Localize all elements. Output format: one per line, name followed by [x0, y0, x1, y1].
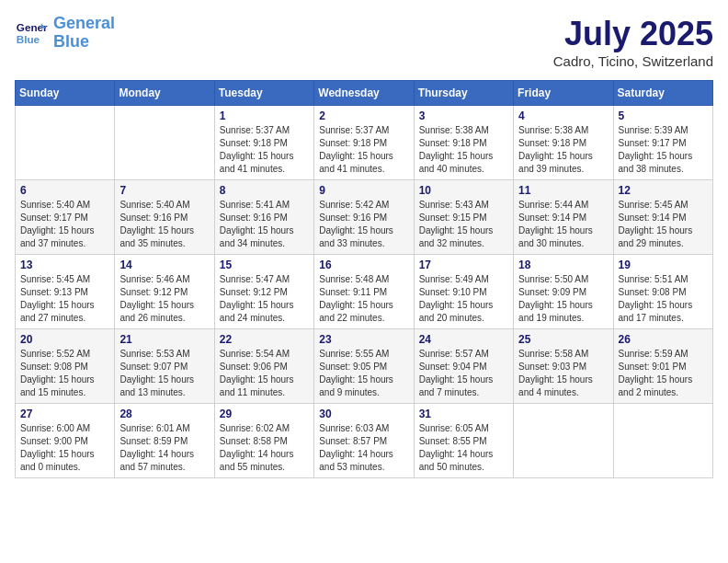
day-info: Sunrise: 5:40 AMSunset: 9:17 PMDaylight:…	[20, 199, 109, 250]
day-number: 16	[319, 259, 408, 271]
weekday-header-saturday: Saturday	[613, 81, 712, 106]
calendar-week-row: 20 Sunrise: 5:52 AMSunset: 9:08 PMDaylig…	[16, 329, 713, 404]
day-number: 15	[220, 259, 309, 271]
calendar-week-row: 6 Sunrise: 5:40 AMSunset: 9:17 PMDayligh…	[16, 180, 713, 255]
logo-text: General Blue	[53, 15, 115, 52]
weekday-header-thursday: Thursday	[414, 81, 513, 106]
calendar-cell: 10 Sunrise: 5:43 AMSunset: 9:15 PMDaylig…	[414, 180, 513, 255]
calendar-week-row: 1 Sunrise: 5:37 AMSunset: 9:18 PMDayligh…	[16, 106, 713, 180]
calendar-cell: 11 Sunrise: 5:44 AMSunset: 9:14 PMDaylig…	[514, 180, 613, 255]
calendar-cell: 6 Sunrise: 5:40 AMSunset: 9:17 PMDayligh…	[16, 180, 115, 255]
calendar-cell: 3 Sunrise: 5:38 AMSunset: 9:18 PMDayligh…	[414, 106, 513, 180]
page-header: General Blue General Blue July 2025 Cadr…	[15, 15, 713, 69]
day-number: 29	[220, 408, 309, 420]
day-number: 17	[419, 259, 508, 271]
calendar-cell: 23 Sunrise: 5:55 AMSunset: 9:05 PMDaylig…	[314, 329, 414, 404]
calendar-cell: 28 Sunrise: 6:01 AMSunset: 8:59 PMDaylig…	[115, 404, 214, 478]
day-info: Sunrise: 5:45 AMSunset: 9:14 PMDaylight:…	[619, 199, 708, 250]
day-info: Sunrise: 5:41 AMSunset: 9:16 PMDaylight:…	[220, 199, 309, 250]
day-number: 21	[119, 333, 209, 346]
calendar-cell	[115, 106, 214, 180]
day-number: 26	[619, 333, 708, 346]
day-info: Sunrise: 5:50 AMSunset: 9:09 PMDaylight:…	[518, 273, 608, 325]
calendar-cell: 13 Sunrise: 5:45 AMSunset: 9:13 PMDaylig…	[16, 255, 115, 329]
calendar-cell: 16 Sunrise: 5:48 AMSunset: 9:11 PMDaylig…	[314, 255, 414, 329]
day-info: Sunrise: 5:58 AMSunset: 9:03 PMDaylight:…	[518, 348, 608, 399]
day-info: Sunrise: 5:45 AMSunset: 9:13 PMDaylight:…	[20, 273, 109, 325]
calendar-cell: 8 Sunrise: 5:41 AMSunset: 9:16 PMDayligh…	[214, 180, 313, 255]
day-info: Sunrise: 6:05 AMSunset: 8:55 PMDaylight:…	[419, 422, 508, 474]
logo-icon: General Blue	[15, 17, 48, 50]
calendar-cell: 5 Sunrise: 5:39 AMSunset: 9:17 PMDayligh…	[613, 106, 712, 180]
month-year-title: July 2025	[553, 15, 713, 53]
day-info: Sunrise: 5:37 AMSunset: 9:18 PMDaylight:…	[319, 124, 408, 176]
day-number: 19	[619, 259, 708, 271]
day-info: Sunrise: 5:40 AMSunset: 9:16 PMDaylight:…	[119, 199, 209, 250]
day-number: 11	[518, 184, 608, 197]
calendar-cell: 1 Sunrise: 5:37 AMSunset: 9:18 PMDayligh…	[214, 106, 313, 180]
day-info: Sunrise: 5:54 AMSunset: 9:06 PMDaylight:…	[220, 348, 309, 399]
day-number: 2	[319, 109, 408, 122]
weekday-header-row: SundayMondayTuesdayWednesdayThursdayFrid…	[16, 81, 713, 106]
calendar-cell: 17 Sunrise: 5:49 AMSunset: 9:10 PMDaylig…	[414, 255, 513, 329]
calendar-cell: 26 Sunrise: 5:59 AMSunset: 9:01 PMDaylig…	[613, 329, 712, 404]
day-info: Sunrise: 5:51 AMSunset: 9:08 PMDaylight:…	[619, 273, 708, 325]
day-info: Sunrise: 5:39 AMSunset: 9:17 PMDaylight:…	[619, 124, 708, 176]
weekday-header-monday: Monday	[115, 81, 214, 106]
day-number: 7	[119, 184, 209, 197]
day-number: 24	[419, 333, 508, 346]
calendar-cell: 19 Sunrise: 5:51 AMSunset: 9:08 PMDaylig…	[613, 255, 712, 329]
day-number: 31	[419, 408, 508, 420]
calendar-cell: 9 Sunrise: 5:42 AMSunset: 9:16 PMDayligh…	[314, 180, 414, 255]
calendar-cell: 15 Sunrise: 5:47 AMSunset: 9:12 PMDaylig…	[214, 255, 313, 329]
day-info: Sunrise: 5:57 AMSunset: 9:04 PMDaylight:…	[419, 348, 508, 399]
calendar-cell: 18 Sunrise: 5:50 AMSunset: 9:09 PMDaylig…	[514, 255, 613, 329]
calendar-cell: 25 Sunrise: 5:58 AMSunset: 9:03 PMDaylig…	[514, 329, 613, 404]
day-info: Sunrise: 5:47 AMSunset: 9:12 PMDaylight:…	[220, 273, 309, 325]
day-info: Sunrise: 5:49 AMSunset: 9:10 PMDaylight:…	[419, 273, 508, 325]
day-number: 5	[619, 109, 708, 122]
calendar-cell	[514, 404, 613, 478]
weekday-header-sunday: Sunday	[16, 81, 115, 106]
day-number: 6	[20, 184, 109, 197]
calendar-week-row: 13 Sunrise: 5:45 AMSunset: 9:13 PMDaylig…	[16, 255, 713, 329]
day-info: Sunrise: 5:42 AMSunset: 9:16 PMDaylight:…	[319, 199, 408, 250]
calendar-cell: 22 Sunrise: 5:54 AMSunset: 9:06 PMDaylig…	[214, 329, 313, 404]
day-number: 3	[419, 109, 508, 122]
calendar-cell: 12 Sunrise: 5:45 AMSunset: 9:14 PMDaylig…	[613, 180, 712, 255]
day-number: 28	[119, 408, 209, 420]
day-info: Sunrise: 5:46 AMSunset: 9:12 PMDaylight:…	[119, 273, 209, 325]
calendar-table: SundayMondayTuesdayWednesdayThursdayFrid…	[15, 80, 713, 478]
day-info: Sunrise: 5:55 AMSunset: 9:05 PMDaylight:…	[319, 348, 408, 399]
calendar-cell: 14 Sunrise: 5:46 AMSunset: 9:12 PMDaylig…	[115, 255, 214, 329]
day-number: 8	[220, 184, 309, 197]
day-info: Sunrise: 5:38 AMSunset: 9:18 PMDaylight:…	[518, 124, 608, 176]
calendar-week-row: 27 Sunrise: 6:00 AMSunset: 9:00 PMDaylig…	[16, 404, 713, 478]
calendar-cell: 30 Sunrise: 6:03 AMSunset: 8:57 PMDaylig…	[314, 404, 414, 478]
day-info: Sunrise: 5:37 AMSunset: 9:18 PMDaylight:…	[220, 124, 309, 176]
day-number: 9	[319, 184, 408, 197]
day-info: Sunrise: 6:02 AMSunset: 8:58 PMDaylight:…	[220, 422, 309, 474]
day-info: Sunrise: 5:53 AMSunset: 9:07 PMDaylight:…	[119, 348, 209, 399]
day-number: 1	[220, 109, 309, 122]
day-info: Sunrise: 6:00 AMSunset: 9:00 PMDaylight:…	[20, 422, 109, 474]
day-info: Sunrise: 5:52 AMSunset: 9:08 PMDaylight:…	[20, 348, 109, 399]
calendar-cell: 2 Sunrise: 5:37 AMSunset: 9:18 PMDayligh…	[314, 106, 414, 180]
day-number: 12	[619, 184, 708, 197]
calendar-cell: 20 Sunrise: 5:52 AMSunset: 9:08 PMDaylig…	[16, 329, 115, 404]
title-section: July 2025 Cadro, Ticino, Switzerland	[553, 15, 713, 69]
day-number: 18	[518, 259, 608, 271]
weekday-header-wednesday: Wednesday	[314, 81, 414, 106]
day-number: 13	[20, 259, 109, 271]
day-info: Sunrise: 5:43 AMSunset: 9:15 PMDaylight:…	[419, 199, 508, 250]
svg-text:Blue: Blue	[17, 33, 40, 45]
day-number: 4	[518, 109, 608, 122]
day-number: 25	[518, 333, 608, 346]
day-info: Sunrise: 5:48 AMSunset: 9:11 PMDaylight:…	[319, 273, 408, 325]
day-number: 30	[319, 408, 408, 420]
day-number: 10	[419, 184, 508, 197]
location-subtitle: Cadro, Ticino, Switzerland	[553, 53, 713, 69]
calendar-cell: 24 Sunrise: 5:57 AMSunset: 9:04 PMDaylig…	[414, 329, 513, 404]
day-info: Sunrise: 6:01 AMSunset: 8:59 PMDaylight:…	[119, 422, 209, 474]
calendar-cell: 27 Sunrise: 6:00 AMSunset: 9:00 PMDaylig…	[16, 404, 115, 478]
